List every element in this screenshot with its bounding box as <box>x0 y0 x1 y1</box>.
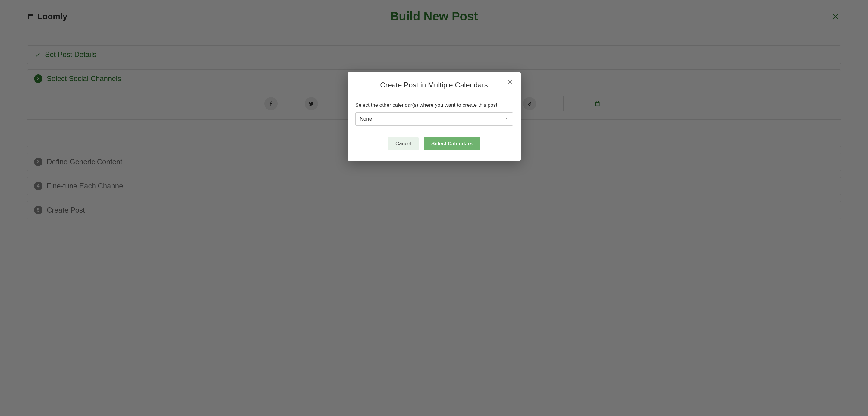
modal-close-button[interactable] <box>506 78 514 86</box>
modal-instruction: Select the other calendar(s) where you w… <box>355 102 513 108</box>
calendars-select[interactable]: None <box>355 113 513 126</box>
chevron-down-icon <box>504 116 508 122</box>
modal-overlay[interactable]: Create Post in Multiple Calendars Select… <box>0 0 868 416</box>
select-value: None <box>360 116 372 122</box>
modal-header: Create Post in Multiple Calendars <box>347 72 521 95</box>
select-calendars-button[interactable]: Select Calendars <box>424 137 480 150</box>
modal-title: Create Post in Multiple Calendars <box>380 81 488 89</box>
modal-footer: Cancel Select Calendars <box>347 129 521 161</box>
cancel-button[interactable]: Cancel <box>388 137 418 150</box>
close-icon <box>507 79 513 85</box>
modal-multiple-calendars: Create Post in Multiple Calendars Select… <box>347 72 521 161</box>
